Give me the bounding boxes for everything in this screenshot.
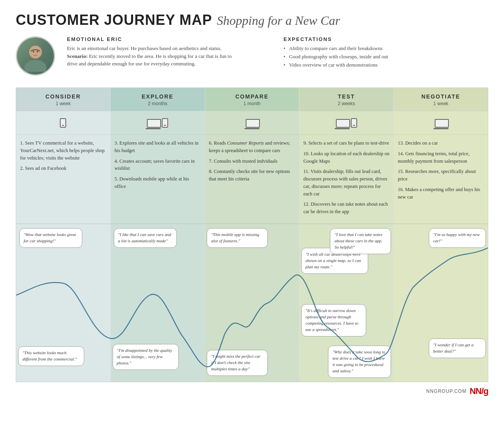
explore-devices <box>111 111 205 135</box>
action-item: 12. Discovers he can take notes about ea… <box>303 201 389 216</box>
footer-logo: NN/g <box>470 386 488 396</box>
phase-test: TEST 2 weeks 9. Selects a set of cars he… <box>299 88 394 224</box>
action-item: 13. Decides on a car <box>398 139 484 147</box>
phone-icon <box>60 118 66 128</box>
action-item: 16. Makes a competing offer and buys his… <box>398 186 484 201</box>
phase-consider: CONSIDER 1 week 1. Sees TV commerical fo… <box>16 88 111 224</box>
negotiate-name: NEGOTIATE <box>397 93 485 100</box>
test-actions: 9. Selects a set of cars he plans to tes… <box>299 135 393 224</box>
avatar-image <box>17 37 54 74</box>
test-devices <box>299 111 393 135</box>
journey-map: CONSIDER 1 week 1. Sees TV commerical fo… <box>16 87 488 224</box>
laptop-icon <box>246 119 258 127</box>
persona-scenario: Eric recently moved to the area. He is s… <box>67 53 232 67</box>
test-header: TEST 2 weeks <box>299 88 393 111</box>
action-item: 9. Selects a set of cars he plans to tes… <box>303 139 389 147</box>
action-item: 6. Reads Consumer Reports and reviews; k… <box>209 139 295 154</box>
consider-bubble-1: "Wow that website looks great for car sh… <box>19 228 82 248</box>
phase-compare: COMPARE 1 month 6. Reads Consumer Report… <box>205 88 300 224</box>
test-bubble-3: "It's difficult to narrow down options a… <box>301 304 366 336</box>
expectation-item: Good photography with closeups, inside a… <box>284 53 488 61</box>
action-item: 15. Researches more, specifically about … <box>398 168 484 183</box>
test-emotion: "I wish all car dealerships were shown o… <box>299 224 394 382</box>
compare-bubble-2: "I might miss the perfect car if I don't… <box>207 350 268 376</box>
consider-actions: 1. Sees TV commerical for a website, You… <box>16 135 110 224</box>
action-item: 10. Looks up location of each dealership… <box>303 150 389 165</box>
action-item: 8. Constantly checks site for new option… <box>209 168 295 183</box>
laptop-icon <box>336 119 348 127</box>
page: CUSTOMER JOURNEY MAP Shopping for a New … <box>8 0 496 406</box>
phase-explore: EXPLORE 2 months 3. Explores site and lo… <box>111 88 205 224</box>
svg-point-3 <box>31 46 40 57</box>
explore-bubble-2: "I'm disappointed by the quality of some… <box>113 344 179 370</box>
test-duration: 2 weeks <box>338 101 355 106</box>
explore-header: EXPLORE 2 months <box>111 88 205 111</box>
negotiate-header: NEGOTIATE 1 week <box>394 88 488 111</box>
action-item: 7. Consults with trusted indviduals <box>209 158 295 165</box>
negotiate-duration: 1 week <box>434 101 448 106</box>
action-item: 3. Explores site and looks at all vehicl… <box>115 139 201 154</box>
journey-map-wrapper: CONSIDER 1 week 1. Sees TV commerical fo… <box>16 87 488 382</box>
explore-emotion: "I like that I can save cars and a list … <box>111 224 205 382</box>
emotion-section: "Wow that website looks great for car sh… <box>16 224 488 382</box>
explore-bubble-1: "I like that I can save cars and a list … <box>114 228 177 248</box>
negotiate-devices <box>394 111 488 135</box>
persona-section: EMOTIONAL ERIC Eric is an emotional car … <box>16 36 488 76</box>
action-item: 1. Sees TV commerical for a website, You… <box>20 139 106 162</box>
compare-name: COMPARE <box>208 93 296 100</box>
consider-bubble-2: "This website looks much different from … <box>18 346 84 366</box>
title-italic: Shopping for a New Car <box>217 13 340 28</box>
compare-header: COMPARE 1 month <box>205 88 299 111</box>
consider-duration: 1 week <box>56 101 70 106</box>
action-item: 11. Visits dealership; fills out lead ca… <box>303 168 389 197</box>
action-item: 2. Sees ad on Facebook <box>20 165 106 172</box>
consider-devices <box>16 111 110 135</box>
svg-point-4 <box>33 51 34 52</box>
expectations-section: EXPECTATIONS Ability to compare cars and… <box>284 36 488 76</box>
consider-name: CONSIDER <box>19 93 107 100</box>
action-item: 4. Creates account; saves favorite cars … <box>115 158 201 173</box>
compare-emotion: "This mobile app is missing alot of feat… <box>205 224 299 382</box>
explore-duration: 2 months <box>148 101 167 106</box>
svg-point-5 <box>37 51 38 52</box>
compare-bubble-1: "This mobile app is missing alot of feat… <box>207 228 268 248</box>
test-bubble-4: "Why does it take sooo long to test driv… <box>328 346 391 378</box>
phone-icon <box>162 118 168 128</box>
consider-header: CONSIDER 1 week <box>16 88 110 111</box>
laptop-icon <box>435 119 447 127</box>
title-bold: CUSTOMER JOURNEY MAP <box>16 12 212 28</box>
compare-devices <box>205 111 299 135</box>
negotiate-emotion: "I'm so happy with my new car!" "I wonde… <box>393 224 488 382</box>
laptop-icon <box>147 119 159 127</box>
test-name: TEST <box>302 93 390 100</box>
compare-duration: 1 month <box>243 101 260 106</box>
phase-negotiate: NEGOTIATE 1 week 13. Decides on a car 14… <box>394 88 488 224</box>
consider-emotion: "Wow that website looks great for car sh… <box>16 224 111 382</box>
footer: NNGROUP.COM NN/g <box>16 382 488 398</box>
action-item: 14. Gets financing terms, total price, m… <box>398 150 484 165</box>
explore-actions: 3. Explores site and looks at all vehicl… <box>111 135 205 224</box>
expectation-item: Video overview of car with demonstration… <box>284 61 488 69</box>
expectations-list: Ability to compare cars and their breakd… <box>284 45 488 69</box>
explore-name: EXPLORE <box>114 93 202 100</box>
compare-actions: 6. Reads Consumer Reports and reviews; k… <box>205 135 299 224</box>
logo-nn: NN <box>470 386 482 396</box>
negotiate-bubble-1: "I'm so happy with my new car!" <box>429 228 486 248</box>
expectation-item: Ability to compare cars and their breakd… <box>284 45 488 53</box>
footer-url: NNGROUP.COM <box>426 388 467 394</box>
persona-info: EMOTIONAL ERIC Eric is an emotional car … <box>67 36 272 76</box>
persona-description: Eric is an emotional car buyer. He purch… <box>67 45 232 68</box>
phone-icon <box>351 118 357 128</box>
avatar <box>16 36 55 76</box>
scenario-label: Scenario: <box>67 53 88 59</box>
test-bubble-2: "I love that I can take notes about thes… <box>330 228 391 254</box>
logo-g: g <box>484 386 488 396</box>
persona-name: EMOTIONAL ERIC <box>67 36 272 42</box>
persona-desc-text: Eric is an emotional car buyer. He purch… <box>67 45 222 51</box>
action-item: 5. Downloads mobile app while at his off… <box>115 175 201 190</box>
negotiate-bubble-2: "I wonder if I can get a better deal?" <box>429 338 486 358</box>
main-title: CUSTOMER JOURNEY MAP Shopping for a New … <box>16 12 488 28</box>
negotiate-actions: 13. Decides on a car 14. Gets financing … <box>394 135 488 224</box>
svg-point-1 <box>24 60 46 72</box>
expectations-title: EXPECTATIONS <box>284 36 488 42</box>
